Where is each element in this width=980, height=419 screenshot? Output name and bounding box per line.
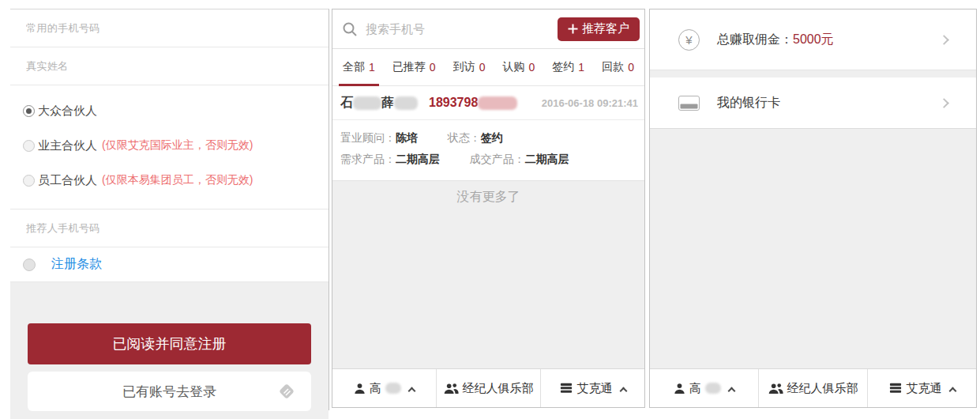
chevron-right-icon — [939, 98, 949, 108]
nav-item-app[interactable]: 艾克通 — [540, 369, 644, 407]
tab-label: 到访 — [453, 60, 475, 74]
commission-label: 总赚取佣金： — [717, 32, 793, 46]
yen-circle-icon: ¥ — [678, 29, 700, 51]
chevron-up-icon — [408, 387, 416, 394]
terms-link[interactable]: 注册条款 — [51, 256, 102, 273]
register-actions-area: 已阅读并同意注册 已有账号去登录 — [10, 282, 329, 419]
tab-count: 0 — [479, 61, 486, 74]
terms-row: 注册条款 — [10, 247, 329, 282]
no-more-text: 没有更多了 — [332, 181, 644, 206]
tab-repaid[interactable]: 回款 0 — [598, 49, 638, 85]
nav-user-label: 高 — [370, 381, 381, 396]
account-empty-area — [650, 129, 976, 368]
phone-input[interactable] — [26, 22, 313, 34]
bank-card-icon — [678, 96, 700, 111]
customer-card-details: 置业顾问：陈培 状态：签约 需求产品：二期高层 成交产品：二期高层 — [332, 120, 644, 181]
nav-item-user[interactable]: 高 — [332, 369, 436, 407]
status-value: 签约 — [481, 131, 503, 144]
section-gap — [650, 70, 976, 77]
goto-login-button[interactable]: 已有账号去登录 — [28, 372, 311, 411]
radio-note: (仅限本易集团员工，否则无效) — [102, 173, 253, 187]
tab-label: 已推荐 — [392, 60, 426, 74]
nav-app-label: 艾克通 — [907, 381, 942, 396]
nav-item-club[interactable]: 经纪人俱乐部 — [758, 369, 867, 407]
referrer-phone-input[interactable] — [26, 222, 313, 234]
radio-unselected-icon[interactable] — [23, 175, 35, 187]
name-field-row — [10, 47, 329, 85]
search-bar: 推荐客户 — [332, 9, 644, 49]
chevron-right-icon — [939, 35, 949, 45]
customer-detail-line1: 置业顾问：陈培 状态：签约 — [340, 127, 636, 149]
tab-count: 0 — [430, 61, 436, 74]
stacked-bars-icon — [889, 383, 903, 394]
deal-value: 二期高层 — [525, 153, 569, 165]
nav-item-user[interactable]: 高 — [650, 369, 758, 407]
customers-panel: 推荐客户 全部 1 已推荐 0 到访 0 认购 0 签约 1 — [332, 9, 645, 408]
partner-type-group: 大众合伙人 业主合伙人 (仅限艾克国际业主，否则无效) 员工合伙人 (仅限本易集… — [10, 85, 329, 210]
list-empty-area: 没有更多了 — [332, 181, 644, 368]
commission-row[interactable]: ¥ 总赚取佣金：5000元 — [650, 9, 976, 70]
terms-radio[interactable] — [23, 259, 36, 271]
phone-field-row — [10, 9, 329, 47]
radio-option-public-partner[interactable]: 大众合伙人 — [23, 93, 316, 128]
search-input[interactable] — [366, 22, 550, 36]
radio-selected-icon[interactable] — [23, 105, 35, 117]
nav-club-label: 经纪人俱乐部 — [463, 381, 534, 396]
tab-visited[interactable]: 到访 0 — [449, 49, 490, 85]
tab-signed[interactable]: 签约 1 — [548, 49, 588, 85]
customer-detail-line2: 需求产品：二期高层 成交产品：二期高层 — [340, 149, 636, 170]
customer-timestamp: 2016-06-18 09:21:41 — [542, 97, 638, 109]
tab-count: 1 — [578, 61, 584, 74]
demand-value: 二期高层 — [396, 153, 440, 165]
tab-label: 全部 — [343, 60, 365, 74]
referrer-field-row — [10, 210, 329, 247]
advisor-value: 陈培 — [396, 131, 418, 144]
chevron-up-icon — [948, 387, 956, 394]
search-icon — [342, 21, 358, 37]
account-panel: ¥ 总赚取佣金：5000元 我的银行卡 — [649, 9, 977, 408]
tab-count: 0 — [528, 61, 535, 74]
bottom-nav: 高 经纪人俱乐部 — [332, 368, 644, 407]
commission-value: 5000元 — [793, 32, 834, 46]
chevron-up-icon — [619, 387, 627, 394]
tab-count: 1 — [369, 61, 375, 74]
radio-option-employee-partner[interactable]: 员工合伙人 (仅限本易集团员工，否则无效) — [23, 163, 316, 198]
radio-option-owner-partner[interactable]: 业主合伙人 (仅限艾克国际业主，否则无效) — [23, 128, 316, 163]
customer-card-header: 石薛 1893798 2016-06-18 09:21:41 — [332, 86, 644, 120]
nav-app-label: 艾克通 — [577, 381, 613, 396]
bank-card-label: 我的银行卡 — [717, 95, 780, 111]
radio-unselected-icon[interactable] — [23, 140, 35, 152]
tab-all[interactable]: 全部 1 — [339, 49, 379, 85]
recommend-customer-button[interactable]: 推荐客户 — [558, 17, 640, 41]
radio-note: (仅限艾克国际业主，否则无效) — [102, 138, 253, 153]
register-panel: 大众合伙人 业主合伙人 (仅限艾克国际业主，否则无效) 员工合伙人 (仅限本易集… — [10, 9, 329, 410]
recommend-customer-label: 推荐客户 — [582, 21, 629, 36]
deal-label: 成交产品： — [470, 153, 525, 165]
agree-register-button[interactable]: 已阅读并同意注册 — [28, 323, 311, 364]
customer-card[interactable]: 石薛 1893798 2016-06-18 09:21:41 置业顾问：陈培 状… — [332, 86, 644, 181]
tab-label: 认购 — [502, 60, 524, 74]
commission-text: 总赚取佣金：5000元 — [717, 32, 834, 48]
tab-label: 签约 — [552, 60, 574, 74]
radio-label: 大众合伙人 — [38, 104, 97, 119]
customer-phone: 1893798 — [429, 96, 517, 110]
tab-count: 0 — [628, 61, 634, 74]
screenshot-stage: 大众合伙人 业主合伙人 (仅限艾克国际业主，否则无效) 员工合伙人 (仅限本易集… — [0, 0, 980, 419]
goto-login-label: 已有账号去登录 — [122, 383, 216, 401]
nav-item-club[interactable]: 经纪人俱乐部 — [436, 369, 540, 407]
customer-name: 石薛 — [340, 95, 418, 111]
advisor-label: 置业顾问： — [340, 131, 396, 144]
chevron-up-icon — [728, 387, 736, 394]
people-icon — [444, 383, 459, 394]
person-icon — [354, 383, 366, 394]
stacked-bars-icon — [560, 383, 573, 394]
realname-input[interactable] — [26, 60, 313, 72]
tab-recommended[interactable]: 已推荐 0 — [389, 49, 440, 85]
diamond-icon — [276, 381, 297, 406]
tab-label: 回款 — [602, 60, 624, 74]
bank-card-row[interactable]: 我的银行卡 — [650, 77, 976, 129]
nav-item-app[interactable]: 艾克通 — [867, 369, 976, 407]
tab-subscribed[interactable]: 认购 0 — [498, 49, 539, 85]
nav-club-label: 经纪人俱乐部 — [787, 381, 858, 396]
person-icon — [674, 383, 685, 394]
